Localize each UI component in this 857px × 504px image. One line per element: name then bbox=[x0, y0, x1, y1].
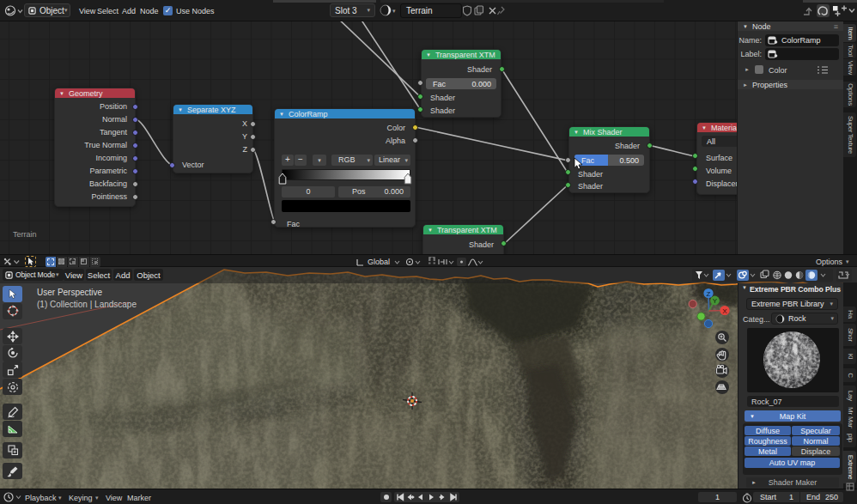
svg-text:Y: Y bbox=[713, 297, 718, 305]
svg-text:X: X bbox=[722, 307, 727, 315]
svg-text:Z: Z bbox=[707, 290, 711, 298]
svg-text:Global: Global bbox=[368, 258, 390, 266]
